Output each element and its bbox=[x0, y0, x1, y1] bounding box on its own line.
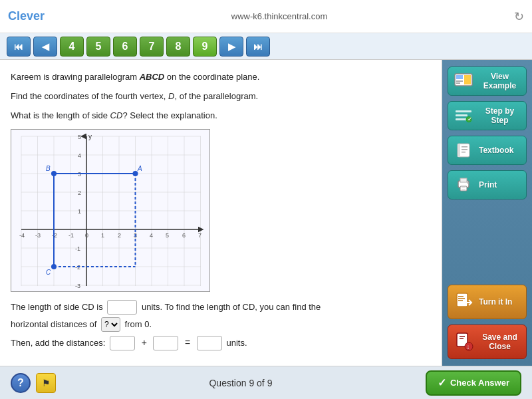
bottom-left-buttons: ? ⚑ bbox=[11, 373, 56, 393]
refresh-button[interactable]: ↻ bbox=[514, 9, 524, 24]
svg-text:1: 1 bbox=[78, 208, 81, 215]
question-line2: Find the coordinates of the fourth verte… bbox=[11, 90, 431, 104]
spacer bbox=[448, 205, 527, 279]
svg-rect-57 bbox=[456, 82, 460, 84]
svg-rect-78 bbox=[458, 300, 463, 301]
answer-line3-post: units. bbox=[227, 338, 247, 348]
svg-text:y: y bbox=[88, 133, 92, 140]
answer-line2-mid: from 0. bbox=[125, 319, 152, 329]
top-bar: Clever www-k6.thinkcentral.com ↻ bbox=[0, 0, 532, 33]
svg-text:C: C bbox=[46, 269, 51, 276]
add-dist2-input[interactable] bbox=[153, 336, 178, 350]
svg-text:-1: -1 bbox=[68, 232, 74, 239]
svg-text:2: 2 bbox=[78, 190, 81, 196]
question-line1: Kareem is drawing parallelogram ABCD on … bbox=[11, 70, 431, 84]
svg-rect-58 bbox=[464, 75, 471, 84]
turn-it-in-button[interactable]: Turn it In bbox=[448, 285, 527, 319]
svg-text:1: 1 bbox=[101, 232, 104, 239]
step-by-step-button[interactable]: ✓ Step by Step bbox=[448, 101, 527, 130]
turn-it-in-icon bbox=[454, 290, 475, 314]
svg-text:-3: -3 bbox=[75, 283, 80, 289]
answer-line1-mid: units. To find the length of CD, you can… bbox=[142, 302, 321, 312]
check-answer-label: Check Answer bbox=[450, 378, 509, 388]
svg-text:-4: -4 bbox=[19, 232, 25, 239]
flag-button[interactable]: ⚑ bbox=[36, 373, 56, 393]
nav-num-9[interactable]: 9 bbox=[193, 37, 217, 57]
nav-num-6[interactable]: 6 bbox=[113, 37, 137, 57]
svg-text:-3: -3 bbox=[35, 232, 41, 239]
nav-num-4[interactable]: 4 bbox=[60, 37, 84, 57]
svg-text:-1: -1 bbox=[75, 245, 80, 252]
svg-text:2: 2 bbox=[118, 232, 121, 239]
svg-text:B: B bbox=[46, 165, 51, 172]
svg-text:5: 5 bbox=[166, 232, 169, 239]
svg-rect-70 bbox=[460, 186, 467, 191]
textbook-icon bbox=[454, 140, 473, 160]
svg-rect-80 bbox=[460, 336, 465, 337]
answer-line3: Then, add the distances: + = units. bbox=[11, 333, 431, 352]
coordinate-graph: .grid-line { stroke: #ccc; stroke-width:… bbox=[11, 129, 210, 292]
svg-rect-68 bbox=[462, 152, 466, 153]
check-answer-button[interactable]: ✓ Check Answer bbox=[426, 370, 521, 396]
svg-point-74 bbox=[467, 182, 468, 184]
svg-text:7: 7 bbox=[198, 232, 201, 239]
cd-length-input[interactable] bbox=[107, 300, 137, 315]
svg-text:A: A bbox=[137, 165, 142, 172]
svg-text:5: 5 bbox=[78, 134, 81, 140]
nav-num-7[interactable]: 7 bbox=[140, 37, 164, 57]
view-example-button[interactable]: View Example bbox=[448, 66, 527, 96]
navigation-bar: ⏮ ◀ 4 5 6 7 8 9 ▶ ⏭ bbox=[0, 33, 532, 60]
print-icon bbox=[454, 175, 473, 195]
save-and-close-label: Save and Close bbox=[479, 332, 521, 351]
answer-line1: The length of side CD is units. To find … bbox=[11, 299, 431, 316]
svg-text:✓: ✓ bbox=[467, 116, 472, 122]
right-panel: View Example ✓ Step by Step bbox=[442, 60, 532, 366]
textbook-label: Textbook bbox=[479, 146, 513, 155]
answer-line1-pre: The length of side CD is bbox=[11, 302, 103, 312]
first-nav-button[interactable]: ⏮ bbox=[7, 37, 31, 57]
nav-num-5[interactable]: 5 bbox=[86, 37, 110, 57]
textbook-button[interactable]: Textbook bbox=[448, 136, 527, 165]
step-by-step-label: Step by Step bbox=[479, 106, 521, 125]
svg-text:4: 4 bbox=[78, 152, 81, 159]
svg-text:4: 4 bbox=[150, 232, 153, 239]
svg-rect-71 bbox=[460, 178, 467, 182]
nav-num-8[interactable]: 8 bbox=[166, 37, 190, 57]
svg-text:6: 6 bbox=[182, 232, 186, 239]
svg-rect-76 bbox=[458, 296, 464, 297]
svg-rect-59 bbox=[456, 110, 471, 112]
svg-text:0: 0 bbox=[85, 232, 88, 239]
graph-svg: .grid-line { stroke: #ccc; stroke-width:… bbox=[11, 130, 211, 293]
svg-rect-65 bbox=[458, 144, 460, 157]
question-counter: Question 9 of 9 bbox=[209, 378, 272, 388]
sum-input[interactable] bbox=[197, 336, 222, 350]
question-line3: What is the length of side CD? Select th… bbox=[11, 109, 431, 123]
svg-point-48 bbox=[51, 171, 57, 176]
answer-line3-pre: Then, add the distances: bbox=[11, 338, 105, 348]
answer-area: The length of side CD is units. To find … bbox=[11, 299, 431, 352]
last-nav-button[interactable]: ⏭ bbox=[246, 37, 270, 57]
print-label: Print bbox=[479, 180, 497, 190]
print-button[interactable]: Print bbox=[448, 170, 527, 200]
equals-sign: = bbox=[185, 337, 190, 348]
answer-line2-pre: horizontal distances of bbox=[11, 319, 96, 329]
save-and-close-button[interactable]: ↓ Save and Close bbox=[448, 325, 527, 359]
prev-nav-button[interactable]: ◀ bbox=[33, 37, 57, 57]
check-icon: ✓ bbox=[438, 376, 446, 389]
clever-logo: Clever bbox=[8, 9, 45, 23]
svg-rect-73 bbox=[462, 189, 466, 190]
turn-it-in-label: Turn it In bbox=[479, 297, 512, 307]
svg-point-52 bbox=[51, 264, 57, 269]
answer-line2: horizontal distances of ? 2 3 5 from 0. bbox=[11, 316, 431, 333]
add-dist1-input[interactable] bbox=[110, 336, 135, 350]
view-example-label: View Example bbox=[479, 72, 521, 90]
horizontal-distances-select[interactable]: ? 2 3 5 bbox=[101, 317, 120, 332]
svg-rect-67 bbox=[462, 149, 467, 150]
view-example-icon bbox=[454, 71, 473, 91]
svg-rect-60 bbox=[456, 114, 467, 116]
help-button[interactable]: ? bbox=[11, 373, 31, 393]
next-nav-button[interactable]: ▶ bbox=[219, 37, 243, 57]
svg-rect-72 bbox=[462, 188, 466, 188]
step-by-step-icon: ✓ bbox=[454, 106, 473, 126]
plus-sign: + bbox=[142, 337, 147, 348]
